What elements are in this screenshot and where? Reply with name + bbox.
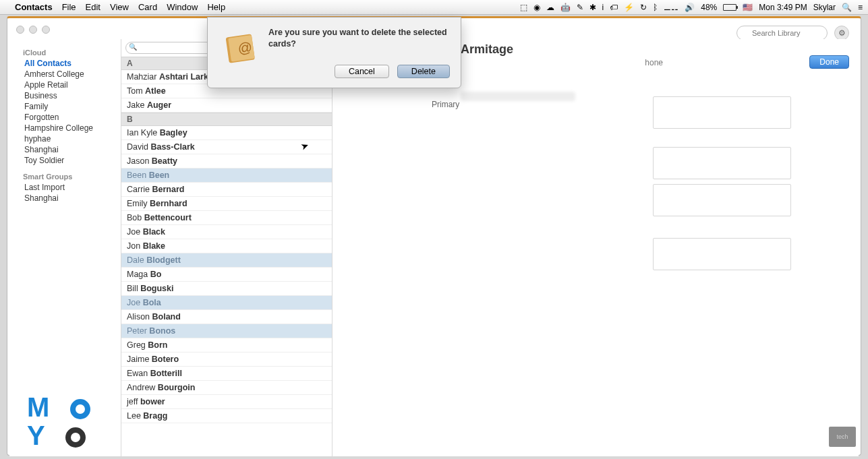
evernote-icon[interactable]: ✱ (589, 3, 596, 12)
sidebar-group[interactable]: Toy Soldier (24, 155, 121, 166)
moyo-watermark: M Y (27, 393, 90, 450)
field-box[interactable] (653, 147, 791, 179)
contact-row[interactable]: Greg Born (121, 338, 332, 353)
wifi-icon[interactable]: ⚊⚋ (664, 3, 678, 12)
svg-text:@: @ (237, 39, 253, 57)
window-controls (16, 26, 50, 34)
contact-row[interactable]: Lee Bragg (121, 409, 332, 423)
contact-detail: Armitage hone Done Primary (332, 39, 859, 456)
contact-row[interactable]: Maga Bo (121, 268, 332, 282)
sidebar-group[interactable]: Forgotten (24, 112, 121, 123)
clock[interactable]: Mon 3:49 PM (759, 3, 807, 12)
done-button[interactable]: Done (809, 55, 849, 69)
robot-icon[interactable]: 🤖 (560, 3, 571, 12)
notification-center-icon[interactable]: ≡ (858, 3, 863, 12)
sidebar-group[interactable]: All Contacts (24, 58, 121, 69)
delete-confirm-dialog: @ Are you sure you want to delete the se… (207, 17, 461, 88)
sidebar-header-smart: Smart Groups (23, 173, 121, 181)
minimize-icon[interactable] (29, 26, 37, 34)
dropbox-icon[interactable]: ⬚ (520, 3, 527, 12)
contact-row[interactable]: Carrie Bernard (121, 183, 332, 197)
contact-row[interactable]: Peter Bonos (121, 324, 332, 338)
sidebar-group[interactable]: Hampshire College (24, 123, 121, 133)
sidebar-group[interactable]: Amherst College (24, 69, 121, 80)
contact-row[interactable]: Jason Beatty (121, 154, 332, 169)
sidebar-group[interactable]: Shanghai (24, 144, 121, 155)
dialog-message: Are you sure you want to delete the sele… (268, 27, 450, 50)
contact-list: ➤ AMahziar Ashtari LarkTom AtleeJake Aug… (121, 39, 332, 456)
gear-icon[interactable]: ⚙ (834, 26, 849, 40)
app-menu[interactable]: Contacts (15, 2, 53, 12)
circle-icon[interactable]: ◉ (533, 3, 540, 12)
contact-row[interactable]: jeff bower (121, 395, 332, 409)
bluetooth-icon[interactable]: ᛒ (653, 3, 658, 12)
spotlight-icon[interactable]: 🔍 (842, 3, 852, 12)
primary-label: Primary (432, 100, 459, 109)
cancel-button[interactable]: Cancel (335, 65, 389, 78)
sidebar-smart-group[interactable]: Last Import (24, 182, 121, 193)
menubar: Contacts File Edit View Card Window Help… (0, 0, 868, 15)
battery-percent: 48% (701, 3, 717, 12)
contact-row[interactable]: David Bass-Clark (121, 140, 332, 154)
field-box[interactable] (653, 184, 791, 216)
sidebar-group[interactable]: Apple Retail (24, 80, 121, 90)
field-box[interactable] (653, 96, 791, 129)
phone-label-fragment: hone (645, 58, 663, 67)
contact-row[interactable]: Alison Boland (121, 310, 332, 324)
sidebar-group[interactable]: hyphae (24, 133, 121, 144)
sidebar-header-icloud: iCloud (23, 49, 121, 57)
contacts-app-icon: @ (223, 30, 260, 67)
contact-row[interactable]: Joe Bola (121, 296, 332, 310)
delete-button[interactable]: Delete (397, 65, 450, 78)
menu-view[interactable]: View (110, 2, 129, 12)
section-header: B (121, 113, 332, 126)
blurred-info (461, 92, 575, 101)
contact-row[interactable]: Andrew Bourgoin (121, 381, 332, 395)
contact-row[interactable]: Jon Blake (121, 239, 332, 253)
menu-help[interactable]: Help (207, 2, 225, 12)
menu-file[interactable]: File (62, 2, 76, 12)
menu-edit[interactable]: Edit (86, 2, 100, 12)
cloud-icon[interactable]: ☁ (546, 3, 554, 12)
contact-row[interactable]: Dale Blodgett (121, 253, 332, 268)
contact-name: Armitage (461, 42, 513, 57)
tech-badge: tech (829, 427, 856, 447)
search-library-input[interactable] (736, 26, 828, 40)
contact-row[interactable]: Jaime Botero (121, 353, 332, 367)
volume-icon[interactable]: 🔊 (685, 3, 695, 12)
contact-row[interactable]: Bill Boguski (121, 282, 332, 296)
sync-icon[interactable]: ↻ (640, 3, 647, 12)
contact-row[interactable]: Been Been (121, 169, 332, 183)
contact-row[interactable]: Emily Bernhard (121, 197, 332, 211)
contact-row[interactable]: Bob Bettencourt (121, 211, 332, 225)
zoom-icon[interactable] (42, 26, 50, 34)
contact-row[interactable]: Joe Black (121, 225, 332, 239)
sidebar-smart-group[interactable]: Shanghai (24, 193, 121, 204)
bolt-icon[interactable]: ⚡ (624, 3, 634, 12)
menu-window[interactable]: Window (167, 2, 198, 12)
contact-row[interactable]: Jake Auger (121, 98, 332, 113)
user-menu[interactable]: Skylar (813, 3, 836, 12)
field-box[interactable] (653, 238, 791, 270)
contact-row[interactable]: Ewan Botterill (121, 367, 332, 381)
flag-icon[interactable]: 🇺🇸 (743, 3, 753, 12)
tag-icon[interactable]: 🏷 (610, 3, 618, 12)
sidebar-group[interactable]: Family (24, 101, 121, 112)
menu-card[interactable]: Card (138, 2, 157, 12)
sidebar-group[interactable]: Business (24, 90, 121, 101)
contact-row[interactable]: Ian Kyle Bagley (121, 126, 332, 140)
battery-icon[interactable] (723, 4, 736, 11)
close-icon[interactable] (16, 26, 24, 34)
info-icon[interactable]: i (602, 3, 604, 12)
pen-icon[interactable]: ✎ (577, 3, 583, 12)
